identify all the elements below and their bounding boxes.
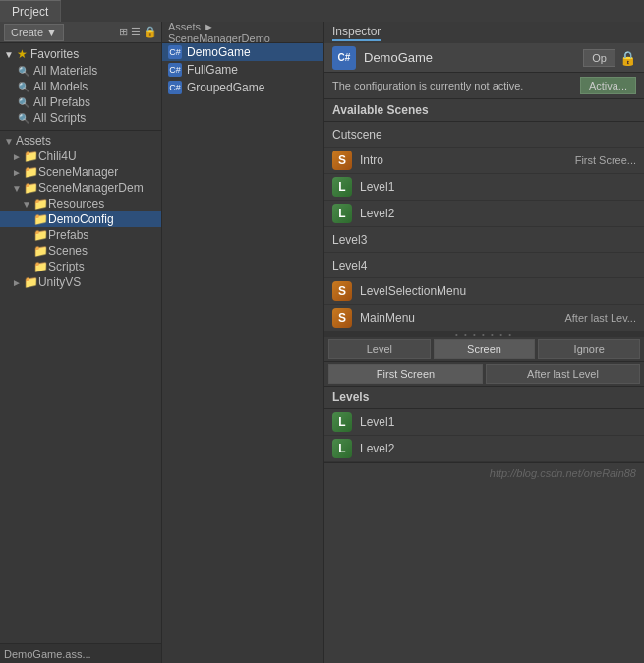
favorites-section: ▼ ★ Favorites 🔍 All Materials 🔍 All Mode… <box>0 43 161 128</box>
left-panel: Create ▼ ⊞ ☰ 🔒 ▼ ★ Favorites 🔍 All Mater… <box>0 22 162 663</box>
fav-prefabs-label: All Prefabs <box>33 95 90 109</box>
scene-levelselectionmenu-label: LevelSelectionMenu <box>360 284 636 298</box>
scene-level1[interactable]: L Level1 <box>324 174 644 201</box>
chili4u-arrow: ► <box>12 151 22 162</box>
scene-level4-label: Level4 <box>332 259 636 272</box>
tree-resources[interactable]: ▼ 📁 Resources <box>0 196 161 211</box>
scene-level2[interactable]: L Level2 <box>324 201 644 227</box>
tree-scenemanager[interactable]: ► 📁 SceneManager <box>0 164 161 180</box>
scenemanagerdemo-label: SceneManagerDem <box>38 181 144 195</box>
bottom-file-label: DemoGame.ass... <box>4 648 91 660</box>
tree-chili4u[interactable]: ► 📁 Chili4U <box>0 149 161 164</box>
middle-panel: Assets ► SceneManagerDemo C# DemoGame C#… <box>162 22 324 663</box>
asset-fullgame[interactable]: C# FullGame <box>162 61 323 79</box>
asset-icon-fullgame: C# <box>168 63 182 77</box>
scene-level1-label: Level1 <box>360 180 636 194</box>
asset-icon-groupedgame: C# <box>168 81 182 94</box>
assets-root[interactable]: ▼ Assets <box>0 133 161 149</box>
fav-all-models[interactable]: 🔍 All Models <box>0 79 161 94</box>
scenes-label: Scenes <box>48 244 88 258</box>
tab-project[interactable]: Project <box>0 0 61 22</box>
tree-prefabs[interactable]: 📁 Prefabs <box>0 227 161 243</box>
scene-intro-tag: First Scree... <box>575 154 636 166</box>
level-item-1[interactable]: L Level1 <box>324 409 644 436</box>
available-scenes-title: Available Scenes <box>324 99 644 122</box>
folder-icon-scripts: 📁 <box>33 260 48 273</box>
search-icon-materials: 🔍 <box>18 66 29 77</box>
tree-democonfg[interactable]: 📁 DemoConfig <box>0 211 161 227</box>
asset-icon-demogame: C# <box>168 45 182 59</box>
scene-levelselectionmenu[interactable]: S LevelSelectionMenu <box>324 278 644 305</box>
level-item-2[interactable]: L Level2 <box>324 436 644 462</box>
inspector-top-tab: Inspector <box>324 22 644 43</box>
scenemanager-label: SceneManager <box>38 165 118 179</box>
tree-scenemanagerdemo[interactable]: ▼ 📁 SceneManagerDem <box>0 180 161 196</box>
bottom-bar: DemoGame.ass... <box>0 643 161 663</box>
fav-all-prefabs[interactable]: 🔍 All Prefabs <box>0 94 161 110</box>
config-status-row: The configuration is currently not activ… <box>324 73 644 99</box>
scene-cutscene[interactable]: Cutscene <box>324 122 644 148</box>
fav-models-label: All Models <box>33 80 88 93</box>
btn-level[interactable]: Level <box>328 339 431 359</box>
folder-icon-scenemanager: 📁 <box>24 165 38 179</box>
folder-icon-chili4u: 📁 <box>24 150 38 163</box>
watermark: http://blog.csdn.net/oneRain88 <box>324 462 644 483</box>
breadcrumb-text: Assets ► SceneManagerDemo <box>168 22 318 44</box>
btn-after-last-level[interactable]: After last Level <box>486 364 640 384</box>
inspector-tab-label: Inspector <box>332 25 381 41</box>
favorites-label: Favorites <box>30 47 79 61</box>
asset-demogame[interactable]: C# DemoGame <box>162 43 323 61</box>
btn-screen[interactable]: Screen <box>434 339 536 359</box>
favorites-star: ★ <box>17 47 28 61</box>
create-button[interactable]: Create ▼ <box>4 24 64 41</box>
tree-unityvs[interactable]: ► 📁 UnityVS <box>0 274 161 290</box>
asset-list: C# DemoGame C# FullGame C# GroupedGame <box>162 43 323 663</box>
search-icon-models: 🔍 <box>18 82 29 92</box>
level-icon-1: L <box>332 412 352 432</box>
folder-icon-prefabs: 📁 <box>33 228 48 242</box>
asset-fullgame-label: FullGame <box>187 63 238 77</box>
fav-all-materials[interactable]: 🔍 All Materials <box>0 63 161 79</box>
inspector-title: DemoGame <box>364 50 583 65</box>
assets-root-arrow: ▼ <box>4 136 14 147</box>
inspector-lock-icon[interactable]: 🔒 <box>619 50 636 66</box>
open-button[interactable]: Op <box>583 49 615 67</box>
search-icon-scripts: 🔍 <box>18 113 29 124</box>
scene-level4[interactable]: Level4 <box>324 253 644 278</box>
tree-scripts[interactable]: 📁 Scripts <box>0 259 161 274</box>
button-row-1: Level Screen Ignore <box>324 337 644 362</box>
icon-list[interactable]: ☰ <box>131 26 141 38</box>
cs-icon-large: C# <box>332 46 356 70</box>
scene-icon-intro: S <box>332 151 352 170</box>
available-scenes-section: Available Scenes Cutscene S Intro First … <box>324 99 644 663</box>
asset-groupedgame[interactable]: C# GroupedGame <box>162 79 323 96</box>
activate-button[interactable]: Activa... <box>580 77 636 94</box>
btn-ignore[interactable]: Ignore <box>538 339 640 359</box>
icon-lock[interactable]: 🔒 <box>144 26 157 38</box>
inspector-header: C# DemoGame Op 🔒 <box>324 43 644 73</box>
folder-icon-unityvs: 📁 <box>24 275 38 289</box>
tree-scenes[interactable]: 📁 Scenes <box>0 243 161 259</box>
levels-section: Levels L Level1 L Level2 <box>324 387 644 462</box>
btn-first-screen[interactable]: First Screen <box>328 364 483 384</box>
button-row-2: First Screen After last Level <box>324 362 644 387</box>
fav-materials-label: All Materials <box>33 64 97 78</box>
folder-icon-scenemanagerdemo: 📁 <box>24 181 38 195</box>
toolbar-row: Create ▼ ⊞ ☰ 🔒 <box>0 22 161 43</box>
scene-level3[interactable]: Level3 <box>324 227 644 253</box>
scene-icon-levelselectionmenu: S <box>332 281 352 301</box>
favorites-header[interactable]: ▼ ★ Favorites <box>0 45 161 63</box>
scene-icon-level2: L <box>332 204 352 223</box>
scenemanager-arrow: ► <box>12 167 22 178</box>
config-status-text: The configuration is currently not activ… <box>332 80 523 91</box>
scene-level3-label: Level3 <box>332 233 636 247</box>
scene-icon-level1: L <box>332 177 352 197</box>
democonfg-label: DemoConfig <box>48 212 114 226</box>
folder-icon-resources: 📁 <box>33 197 48 211</box>
unityvs-label: UnityVS <box>38 275 81 289</box>
icon-grid[interactable]: ⊞ <box>119 26 128 38</box>
chili4u-label: Chili4U <box>38 150 77 163</box>
scene-mainmenu[interactable]: S MainMenu After last Lev... <box>324 305 644 332</box>
fav-all-scripts[interactable]: 🔍 All Scripts <box>0 110 161 126</box>
scene-intro[interactable]: S Intro First Scree... <box>324 148 644 174</box>
